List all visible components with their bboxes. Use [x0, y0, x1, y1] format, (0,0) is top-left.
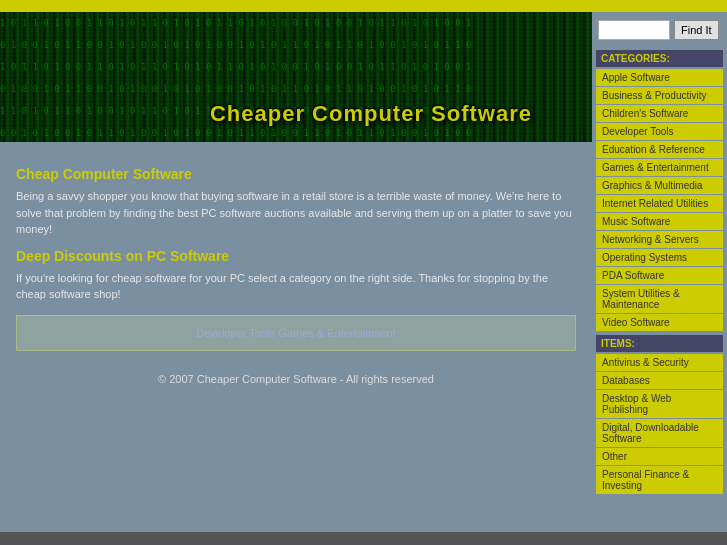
- sidebar-item-pda[interactable]: PDA Software: [596, 267, 723, 284]
- sidebar: Find It CATEGORIES: Apple Software Busin…: [592, 12, 727, 532]
- sidebar-item-os[interactable]: Operating Systems: [596, 249, 723, 266]
- sidebar-item-video[interactable]: Video Software: [596, 314, 723, 331]
- sidebar-item-networking[interactable]: Networking & Servers: [596, 231, 723, 248]
- sidebar-item-games[interactable]: Games & Entertainment: [596, 159, 723, 176]
- sidebar-item-sysutils[interactable]: System Utilities & Maintenance: [596, 285, 723, 313]
- section2-title: Deep Discounts on PC Software: [16, 248, 576, 264]
- sidebar-item-desktop-web[interactable]: Desktop & Web Publishing: [596, 390, 723, 418]
- section2-text: If you're looking for cheap software for…: [16, 270, 576, 303]
- sidebar-item-childrens[interactable]: Children's Software: [596, 105, 723, 122]
- section1-text: Being a savvy shopper you know that buyi…: [16, 188, 576, 238]
- link-games-entertainment[interactable]: Games & Entertainment: [278, 327, 395, 339]
- banner-title: Cheaper Computer Software: [210, 101, 532, 127]
- main-content: 1 0 1 1 0 1 0 0 1 1 0 1 0 1 1 0 1 0 1 0 …: [0, 12, 592, 532]
- sidebar-item-internet[interactable]: Internet Related Utilities: [596, 195, 723, 212]
- banner: 1 0 1 1 0 1 0 0 1 1 0 1 0 1 1 0 1 0 1 0 …: [0, 12, 592, 142]
- sidebar-item-databases[interactable]: Databases: [596, 372, 723, 389]
- sidebar-item-digital[interactable]: Digital, Downloadable Software: [596, 419, 723, 447]
- sidebar-item-developer[interactable]: Developer Tools: [596, 123, 723, 140]
- link-developer-tools[interactable]: Developer Tools: [196, 327, 275, 339]
- section1-title: Cheap Computer Software: [16, 166, 576, 182]
- categories-header: CATEGORIES:: [596, 50, 723, 67]
- top-bar: [0, 0, 727, 12]
- search-box: Find It: [596, 18, 723, 42]
- links-box: Developer Tools Games & Entertainment: [16, 315, 576, 351]
- content-area: Cheap Computer Software Being a savvy sh…: [0, 142, 592, 415]
- items-header: ITEMS:: [596, 335, 723, 352]
- sidebar-item-education[interactable]: Education & Reference: [596, 141, 723, 158]
- footer: © 2007 Cheaper Computer Software - All r…: [16, 363, 576, 401]
- sidebar-item-music[interactable]: Music Software: [596, 213, 723, 230]
- sidebar-item-antivirus[interactable]: Antivirus & Security: [596, 354, 723, 371]
- page-wrapper: 1 0 1 1 0 1 0 0 1 1 0 1 0 1 1 0 1 0 1 0 …: [0, 12, 727, 532]
- sidebar-item-business[interactable]: Business & Productivity: [596, 87, 723, 104]
- sidebar-item-apple[interactable]: Apple Software: [596, 69, 723, 86]
- sidebar-item-graphics[interactable]: Graphics & Multimedia: [596, 177, 723, 194]
- search-input[interactable]: [598, 20, 670, 40]
- sidebar-item-other[interactable]: Other: [596, 448, 723, 465]
- sidebar-item-personal-finance[interactable]: Personal Finance & Investing: [596, 466, 723, 494]
- find-it-button[interactable]: Find It: [674, 20, 719, 40]
